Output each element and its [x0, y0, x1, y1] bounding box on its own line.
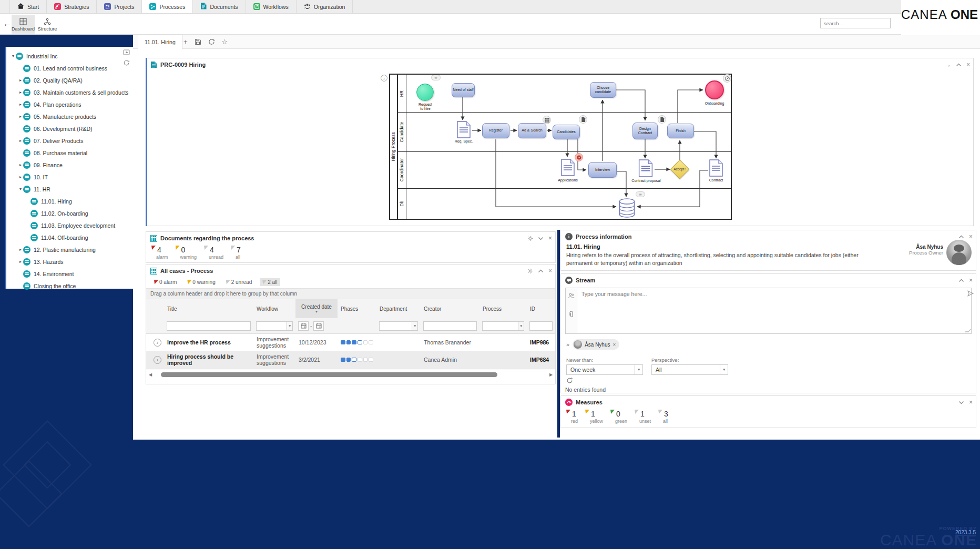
tree-item-closing-the-office[interactable]: Closing the office	[6, 280, 120, 292]
tree-expand-icon[interactable]: ▸	[18, 90, 23, 95]
case-filter-2-unread[interactable]: 2 unread	[223, 278, 254, 286]
task-design-contract[interactable]: DesignContract	[632, 123, 658, 139]
tree-item-13-hazards[interactable]: ▸13. Hazards	[6, 256, 120, 268]
table-row[interactable]: ›Hiring process should be improvedImprov…	[146, 351, 555, 369]
column-header-title[interactable]: Title	[164, 306, 253, 312]
tree-item-11-03-employee-development[interactable]: 11.03. Employee development	[6, 219, 120, 231]
scrollbar-thumb[interactable]	[161, 372, 497, 377]
info-icon[interactable]: i	[381, 75, 387, 82]
add-recipient-icon[interactable]	[568, 292, 575, 299]
tree-item-industrial-inc[interactable]: ▾Industrial Inc	[6, 50, 120, 62]
scroll-left-icon[interactable]: ◀	[146, 372, 155, 377]
table-row[interactable]: ›improve the HR processImprovement sugge…	[146, 334, 555, 351]
task-ad-search[interactable]: Ad & Search	[518, 123, 546, 138]
tree-item-11-01-hiring[interactable]: 11.01. Hiring	[6, 195, 120, 207]
collapse-panel-icon[interactable]	[123, 49, 130, 56]
close-panel-icon[interactable]: ×	[548, 235, 552, 242]
case-filter-0-alarm[interactable]: 0 alarm	[151, 278, 179, 286]
tree-item-06-development-r-d[interactable]: 06. Development (R&D)	[6, 123, 120, 135]
doc-req-spec[interactable]	[456, 121, 471, 139]
column-header-creator[interactable]: Creator	[421, 306, 479, 312]
tree-item-10-it[interactable]: ▸10. IT	[6, 171, 120, 183]
filter-id-input[interactable]	[529, 321, 553, 331]
expand-panel-icon[interactable]	[958, 400, 964, 405]
column-header-department[interactable]: Department	[376, 306, 421, 312]
settings-gear-icon[interactable]	[527, 236, 533, 241]
save-icon[interactable]	[195, 38, 201, 45]
column-header-created-date[interactable]: Created date▼	[295, 299, 338, 318]
nav-tab-workflows[interactable]: Workflows	[246, 0, 297, 13]
collapse-panel-icon[interactable]	[958, 278, 964, 283]
close-panel-icon[interactable]: ×	[966, 61, 970, 68]
settings-gear-icon[interactable]	[527, 268, 533, 274]
measure-stat-green[interactable]: 0green	[610, 410, 627, 424]
tree-expand-icon[interactable]: ▸	[18, 102, 23, 107]
tree-expand-icon[interactable]: ▸	[18, 138, 23, 143]
measure-stat-unset[interactable]: 1unset	[635, 410, 651, 424]
collapse-panel-icon[interactable]	[956, 62, 962, 68]
case-filter-2-all[interactable]: 2 all	[260, 278, 280, 286]
remove-recipient-icon[interactable]: ×	[612, 342, 616, 348]
nav-tab-start[interactable]: Start	[9, 0, 47, 13]
end-event-onboarding[interactable]	[705, 80, 724, 99]
doc-applications[interactable]	[560, 159, 575, 177]
task-interview[interactable]: Interview	[588, 162, 617, 178]
group-by-hint[interactable]: Drag a column header and drop it here to…	[146, 288, 555, 299]
recipient-chip[interactable]: Åsa Nyhus ×	[573, 339, 619, 350]
tree-item-09-finance[interactable]: ▸09. Finance	[6, 159, 120, 171]
tree-item-04-plan-operations[interactable]: ▸04. Plan operations	[6, 98, 120, 110]
newer-than-select[interactable]: One week▾	[566, 364, 643, 375]
column-header-process[interactable]: Process	[479, 306, 527, 312]
nav-tab-projects[interactable]: Projects	[97, 0, 142, 13]
column-header-phases[interactable]: Phases	[338, 306, 376, 312]
nav-tab-documents[interactable]: Documents	[193, 0, 246, 13]
tree-expand-icon[interactable]: ▸	[18, 247, 23, 252]
back-button[interactable]: ←	[3, 19, 11, 28]
perspective-select[interactable]: All▾	[651, 364, 728, 375]
tree-item-14-environment[interactable]: 14. Environment	[6, 268, 120, 280]
doc-stat-alarm[interactable]: 4alarm	[151, 246, 168, 260]
expand-row-icon[interactable]: ›	[154, 339, 161, 347]
tree-expand-icon[interactable]: ▸	[18, 162, 23, 167]
tree-expand-icon[interactable]: ▸	[18, 78, 23, 83]
doc-contract[interactable]	[709, 159, 723, 178]
nav-tab-organization[interactable]: Organization	[297, 0, 353, 13]
task-need-of-staff[interactable]: Need of staff	[452, 83, 475, 97]
collapse-panel-icon[interactable]	[958, 234, 964, 240]
refresh-tree-icon[interactable]	[123, 59, 130, 66]
message-input[interactable]	[577, 288, 971, 333]
dashboard-button[interactable]: Dashboard	[12, 15, 35, 34]
add-tab-icon[interactable]: +	[183, 38, 188, 46]
tree-item-11-04-off-boarding[interactable]: 11.04. Off-boarding	[6, 231, 120, 243]
tree-item-01-lead-and-control-business[interactable]: 01. Lead and control business	[6, 62, 120, 74]
filter-department-select[interactable]: ▾	[379, 321, 418, 331]
tree-item-02-quality-qa-ra[interactable]: ▸02. Quality (QA/RA)	[6, 74, 120, 86]
favorite-star-icon[interactable]: ☆	[222, 38, 228, 46]
task-register[interactable]: Register	[482, 123, 509, 138]
task-choose-candidate[interactable]: Choosecandidate	[590, 82, 616, 98]
doc-contract-proposal[interactable]	[638, 159, 654, 178]
column-header-workflow[interactable]: Workflow	[253, 306, 295, 312]
refresh-icon[interactable]	[208, 38, 215, 45]
structure-button[interactable]: Structure	[36, 15, 59, 34]
doc-stat-warning[interactable]: 0warning	[176, 246, 197, 260]
tree-expand-icon[interactable]: ▸	[18, 114, 23, 119]
database-node[interactable]	[618, 198, 636, 219]
tree-item-07-deliver-products[interactable]: ▸07. Deliver Products	[6, 135, 120, 147]
scroll-right-icon[interactable]: ▶	[547, 372, 555, 377]
close-panel-icon[interactable]: ×	[969, 277, 973, 284]
nav-tab-processes[interactable]: Processes	[142, 0, 193, 13]
tree-item-11-02-on-boarding[interactable]: 11.02. On-boarding	[6, 207, 120, 219]
tree-expand-icon[interactable]: ▾	[11, 54, 16, 58]
measure-stat-yellow[interactable]: 1yellow	[585, 410, 603, 424]
column-header-id[interactable]: ID	[527, 306, 555, 312]
tree-item-12-plastic-manufacturing[interactable]: ▸12. Plastic manufacturing	[6, 243, 120, 256]
tree-item-03-maintain-customers-sell-products[interactable]: ▸03. Maintain customers & sell products	[6, 86, 120, 98]
close-panel-icon[interactable]: ×	[969, 233, 973, 240]
open-diagram-icon[interactable]: →	[945, 61, 951, 68]
close-panel-icon[interactable]: ×	[969, 399, 973, 406]
doc-stat-all[interactable]: 7all	[231, 246, 241, 260]
filter-process-select[interactable]: ▾	[482, 321, 524, 331]
task-finish[interactable]: Finish	[667, 124, 694, 138]
expand-row-icon[interactable]: ›	[154, 356, 161, 364]
